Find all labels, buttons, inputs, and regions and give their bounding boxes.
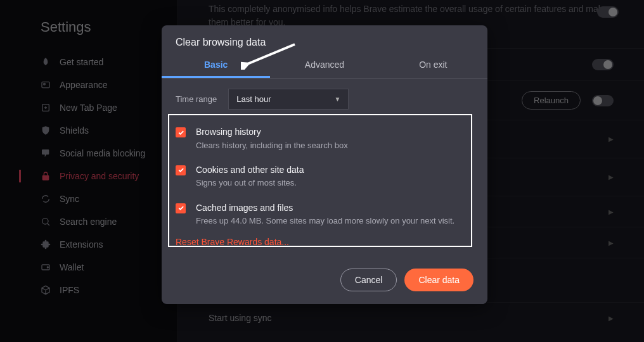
- checkbox-checked-icon[interactable]: [176, 203, 186, 213]
- thumbs-down-icon: [41, 148, 51, 158]
- sidebar-item-ipfs[interactable]: IPFS: [19, 279, 158, 301]
- sidebar-item-shields[interactable]: Shields: [19, 119, 158, 142]
- clear-browsing-data-dialog: Clear browsing data Basic Advanced On ex…: [162, 25, 487, 304]
- option-desc: Frees up 44.0 MB. Some sites may load mo…: [196, 215, 454, 227]
- time-range-value: Last hour: [236, 94, 271, 104]
- rocket-icon: [41, 57, 51, 67]
- search-icon: [41, 217, 51, 227]
- bg-sync-text: Start using sync: [209, 313, 272, 323]
- sidebar-item-search-engine[interactable]: Search engine: [19, 210, 158, 233]
- settings-sidebar: Settings Get started Appearance New Tab …: [19, 0, 158, 301]
- svg-point-3: [42, 218, 48, 224]
- shield-icon: [41, 125, 51, 136]
- wallet-icon: [41, 262, 51, 272]
- option-title: Cached images and files: [196, 202, 454, 215]
- chevron-right-icon: ▶: [601, 315, 614, 322]
- chevron-right-icon: ▶: [601, 136, 614, 142]
- option-title: Cookies and other site data: [196, 164, 304, 177]
- tab-on-exit[interactable]: On exit: [379, 54, 487, 78]
- sidebar-label: Sync: [60, 194, 79, 204]
- option-browsing-history[interactable]: Browsing history Clears history, includi…: [176, 120, 473, 158]
- toggle-anon[interactable]: [597, 6, 619, 18]
- time-range-select[interactable]: Last hour ▼: [228, 89, 349, 110]
- sidebar-label: IPFS: [60, 285, 79, 295]
- sidebar-label: Get started: [60, 57, 103, 67]
- cube-icon: [41, 285, 51, 295]
- toggle-3[interactable]: [592, 95, 614, 106]
- settings-heading: Settings: [41, 19, 158, 35]
- sidebar-label: Extensions: [60, 239, 103, 250]
- svg-point-5: [47, 267, 48, 268]
- reset-rewards-link[interactable]: Reset Brave Rewards data...: [176, 233, 289, 253]
- sidebar-item-privacy[interactable]: Privacy and security: [19, 165, 158, 187]
- sync-icon: [41, 194, 51, 204]
- option-title: Browsing history: [196, 126, 348, 139]
- option-desc: Clears history, including in the search …: [196, 140, 348, 151]
- sidebar-label: Privacy and security: [60, 171, 139, 181]
- time-range-label: Time range: [176, 94, 217, 104]
- toggle-2[interactable]: [592, 59, 614, 70]
- clear-data-button[interactable]: Clear data: [404, 269, 473, 291]
- lock-icon: [41, 171, 51, 181]
- sidebar-item-appearance[interactable]: Appearance: [19, 73, 158, 96]
- cancel-button[interactable]: Cancel: [340, 269, 397, 291]
- sidebar-label: Wallet: [60, 262, 84, 272]
- sidebar-item-extensions[interactable]: Extensions: [19, 233, 158, 256]
- puzzle-icon: [41, 239, 51, 250]
- chevron-right-icon: ▶: [601, 208, 614, 215]
- relaunch-button[interactable]: Relaunch: [522, 91, 581, 110]
- checkbox-checked-icon[interactable]: [176, 165, 186, 175]
- dialog-tabs: Basic Advanced On exit: [162, 54, 487, 79]
- tab-advanced[interactable]: Advanced: [270, 54, 378, 78]
- chevron-right-icon: ▶: [601, 174, 614, 180]
- option-desc: Signs you out of most sites.: [196, 177, 304, 189]
- checkbox-checked-icon[interactable]: [176, 127, 186, 137]
- sidebar-label: New Tab Page: [60, 103, 117, 113]
- sidebar-label: Social media blocking: [60, 148, 145, 158]
- sidebar-item-wallet[interactable]: Wallet: [19, 256, 158, 279]
- sidebar-item-social-media[interactable]: Social media blocking: [19, 142, 158, 165]
- id-card-icon: [41, 80, 51, 90]
- tab-basic[interactable]: Basic: [162, 54, 270, 78]
- svg-rect-0: [42, 82, 49, 87]
- sidebar-label: Appearance: [60, 80, 108, 90]
- sidebar-label: Shields: [60, 125, 89, 136]
- plus-square-icon: [41, 103, 51, 113]
- svg-point-1: [44, 83, 46, 85]
- caret-down-icon: ▼: [334, 96, 340, 103]
- sidebar-item-get-started[interactable]: Get started: [19, 51, 158, 73]
- option-cookies[interactable]: Cookies and other site data Signs you ou…: [176, 158, 473, 196]
- sidebar-item-new-tab[interactable]: New Tab Page: [19, 96, 158, 119]
- sidebar-item-sync[interactable]: Sync: [19, 187, 158, 210]
- option-cached[interactable]: Cached images and files Frees up 44.0 MB…: [176, 196, 473, 234]
- dialog-title: Clear browsing data: [162, 25, 487, 54]
- chevron-right-icon: ▶: [601, 239, 614, 246]
- sidebar-label: Search engine: [60, 217, 117, 227]
